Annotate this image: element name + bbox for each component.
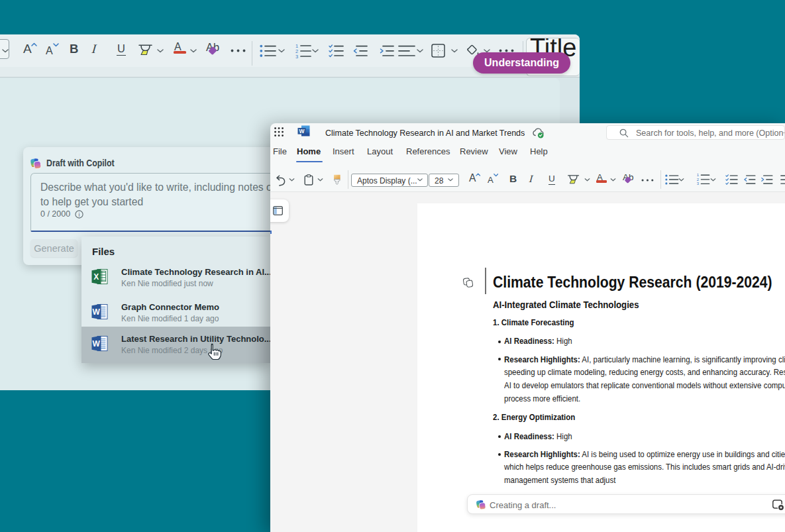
svg-text:X: X bbox=[93, 272, 99, 282]
svg-text:i: i bbox=[79, 211, 80, 217]
svg-text:3: 3 bbox=[295, 53, 298, 58]
svg-text:W: W bbox=[93, 339, 101, 348]
svg-text:3: 3 bbox=[697, 181, 700, 185]
svg-text:W: W bbox=[299, 128, 305, 134]
svg-text:W: W bbox=[93, 307, 101, 317]
